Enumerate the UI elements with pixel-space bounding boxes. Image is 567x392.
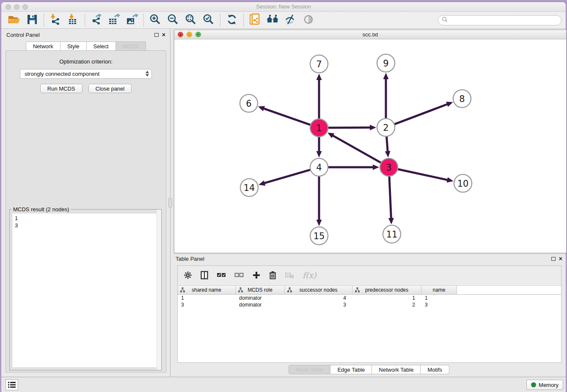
zoom-fit-button[interactable] [182,13,200,28]
table-cell[interactable]: 1 [421,295,457,301]
column-header-predecessor-nodes[interactable]: predecessor nodes [352,286,421,294]
graph-edge-3-10[interactable] [398,169,448,180]
column-header-name[interactable]: name [421,286,457,294]
clone-network-button[interactable] [246,13,264,28]
table-cell[interactable]: 1 [352,295,421,301]
delete-column-button[interactable] [269,271,276,279]
select-all-button[interactable] [217,272,226,278]
network-close-button[interactable]: x [178,32,183,37]
graph-edge-4-14[interactable] [264,170,311,183]
graph-edge-1-2[interactable] [328,127,371,128]
network-graph[interactable]: 1234678910111415 [174,39,566,253]
optimization-criterion-label: Optimization criterion: [6,58,166,65]
mcds-result-text[interactable]: 1 3 [12,213,159,368]
control-panel-header: Control Panel × [3,30,169,40]
delete-table-button[interactable] [285,272,294,279]
table-cell[interactable]: dominator [236,295,285,301]
graph-edge-1-6[interactable] [263,108,311,125]
clone-network-icon [249,13,261,28]
toolbar-separator [220,14,220,27]
hide-style-button[interactable] [282,13,300,28]
graph-edge-3-11[interactable] [389,176,391,219]
function-builder-button[interactable]: f(x) [303,271,317,280]
float-table-panel-icon[interactable] [551,257,556,261]
close-window-button[interactable] [6,4,11,10]
table-cell[interactable]: 1 [178,295,236,301]
graph-edge-2-8[interactable] [394,104,448,124]
zoom-selected-button[interactable] [200,13,217,28]
mcds-result-title: MCDS result (2 nodes) [11,206,71,213]
edge-arrowhead [258,106,265,111]
tab-network[interactable]: Network [26,41,61,51]
close-panel-icon[interactable]: × [162,33,165,37]
export-image-button[interactable] [123,13,141,28]
close-table-panel-icon[interactable]: × [559,257,562,261]
minimize-window-button[interactable] [14,4,19,10]
home-view-button[interactable] [264,13,282,28]
column-header-shared-name[interactable]: shared name [178,286,236,294]
edge-arrowhead [385,151,391,157]
network-canvas[interactable]: 1234678910111415 [174,39,566,253]
edge-arrowhead [317,151,322,157]
apply-layout-button[interactable] [223,13,241,28]
slashed-eye-icon [284,14,297,27]
table-tabs: Node Table Edge Table Network Table Moti… [172,365,566,374]
toolbar-separator [44,14,44,27]
result-scrollbar[interactable] [157,210,161,370]
tab-style[interactable]: Style [61,41,87,51]
zoom-out-button[interactable] [164,13,182,28]
table-row[interactable]: 1dominator411 [178,295,561,301]
graph-node-label: 2 [383,123,388,133]
open-session-button[interactable] [6,13,23,28]
close-panel-button[interactable]: Close panel [88,84,132,93]
run-mcds-button[interactable]: Run MCDS [40,84,83,93]
table-cell[interactable]: dominator [236,301,285,308]
tab-network-table[interactable]: Network Table [372,365,421,374]
list-icon [8,381,16,388]
float-panel-icon[interactable] [154,33,159,37]
table-settings-button[interactable] [184,271,192,279]
table-cell[interactable]: 2 [352,301,421,308]
table-row[interactable]: 3dominator323 [178,301,561,308]
network-view-window: x – + scc.txt 1234678910111415 [174,30,567,253]
save-session-button[interactable] [23,13,41,28]
column-header-mcds-role[interactable]: MCDS role [236,286,285,294]
table-cell[interactable]: 4 [285,295,352,301]
unchecked-boxes-icon [234,272,244,278]
table-cell[interactable]: 3 [421,301,457,308]
deselect-all-button[interactable] [234,272,244,278]
import-table-button[interactable] [64,13,82,28]
toolbar-separator [243,14,244,27]
table-cell[interactable]: 3 [178,301,236,308]
task-history-button[interactable] [6,379,18,390]
optimization-criterion-select[interactable]: strongly connected component [20,69,152,79]
tab-mcds[interactable]: MCDS [116,41,146,51]
refresh-icon [226,14,238,27]
show-graphics-button[interactable] [300,13,317,28]
search-input[interactable] [450,17,558,23]
create-column-button[interactable] [252,271,261,279]
export-table-button[interactable] [105,13,123,28]
toolbar-separator [143,14,144,27]
memory-button[interactable]: Memory [526,380,563,390]
search-field[interactable] [438,15,561,25]
graph-edge-2-3[interactable] [387,136,388,152]
column-header-successor-nodes[interactable]: successor nodes [285,286,352,294]
tab-motifs[interactable]: Motifs [421,365,449,374]
graph-edge-3-1[interactable] [332,135,381,163]
tab-select[interactable]: Select [87,41,116,51]
network-window-titlebar[interactable]: x – + scc.txt [174,30,566,39]
export-network-button[interactable] [88,13,105,28]
table-cell[interactable]: 3 [285,301,352,308]
zoom-in-button[interactable] [146,13,164,28]
zoom-window-button[interactable] [22,4,28,10]
tab-edge-table[interactable]: Edge Table [330,365,372,374]
graph-node-label: 8 [459,94,465,104]
panel-divider-grip[interactable] [168,198,172,207]
import-network-button[interactable] [47,13,64,28]
network-minimize-button[interactable]: – [187,32,192,37]
show-columns-button[interactable] [201,271,208,279]
network-zoom-button[interactable]: + [195,32,201,37]
tab-node-table[interactable]: Node Table [289,365,331,374]
app-window: Session: New Session [1,2,566,392]
